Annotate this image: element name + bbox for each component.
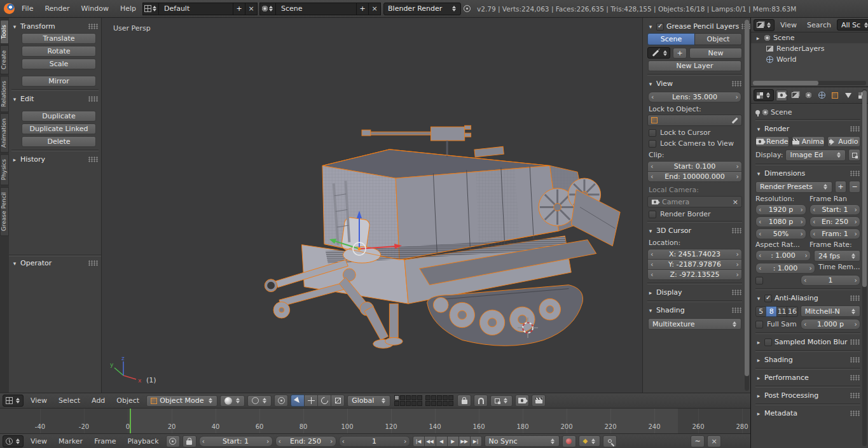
scale-button[interactable]: Scale [22, 59, 96, 69]
lock-object-field[interactable] [647, 115, 742, 126]
outliner-scope-dropdown[interactable]: All Sc [837, 19, 868, 31]
viewport-3d[interactable]: User Persp [102, 18, 642, 393]
tab-relations[interactable]: Relations [0, 76, 9, 112]
editor-type-timeline[interactable] [3, 435, 24, 447]
mode-dropdown[interactable]: Object Mode [146, 395, 217, 407]
shading-dropdown[interactable] [220, 395, 245, 407]
resolution-y-field[interactable]: 1080 p [755, 216, 806, 227]
pivot-dropdown[interactable] [247, 395, 272, 407]
aa-samples-16[interactable]: 16 [787, 306, 797, 317]
menu-add[interactable]: Add [87, 395, 109, 406]
blender-logo-icon[interactable] [4, 3, 15, 14]
panel-grip[interactable] [88, 96, 99, 102]
menu-view3d[interactable]: View [26, 395, 52, 406]
panel-grip[interactable] [850, 393, 860, 398]
panel-3d-cursor-header[interactable]: 3D Cursor [647, 225, 742, 236]
manipulator-rotate-toggle[interactable] [317, 395, 331, 407]
panel-performance-header[interactable]: Performance [755, 372, 860, 383]
delete-keyframe-button[interactable] [707, 435, 721, 447]
panel-edit-header[interactable]: Edit [11, 94, 99, 104]
outliner-item-renderlayers[interactable]: RenderLayers [751, 43, 868, 54]
panel-grip[interactable] [88, 260, 99, 266]
editor-type-3dview[interactable] [3, 395, 24, 407]
resolution-x-field[interactable]: 1920 p [755, 204, 806, 215]
cursor-3d[interactable] [516, 316, 539, 339]
panel-grip[interactable] [732, 228, 742, 234]
shading-mode-dropdown[interactable]: Multitexture [648, 318, 741, 330]
fps-dropdown[interactable]: 24 fps [814, 250, 860, 262]
render-button[interactable]: Rende [755, 136, 789, 147]
clip-end-field[interactable]: End: 100000.000 [647, 171, 742, 182]
aspect-y-field[interactable]: : 1.000 [755, 263, 815, 274]
panel-grip[interactable] [732, 307, 742, 313]
current-frame-field[interactable]: 1 [339, 436, 410, 447]
opengl-render-anim-button[interactable] [532, 395, 546, 407]
tab-scene[interactable] [803, 90, 814, 101]
preview-range-toggle[interactable] [166, 435, 180, 447]
add-layout-button[interactable] [233, 3, 245, 15]
scene-name[interactable]: Scene [275, 3, 357, 15]
tab-world[interactable] [816, 90, 827, 101]
cursor-y-field[interactable]: Y: -2187.97876 [647, 259, 742, 270]
menu-render[interactable]: Render [40, 3, 74, 14]
tab-grease-pencil[interactable]: Grease Pencil [0, 187, 9, 236]
render-presets-dropdown[interactable]: Render Presets [755, 181, 832, 193]
opengl-render-button[interactable] [515, 395, 529, 407]
gp-tab-scene[interactable]: Scene [647, 33, 695, 45]
tab-data[interactable] [843, 90, 854, 101]
menu-select[interactable]: Select [54, 395, 85, 406]
aa-samples-5[interactable]: 5 [755, 306, 766, 317]
panel-grip[interactable] [850, 357, 860, 363]
menu-object[interactable]: Object [112, 395, 144, 406]
motion-blur-checkbox[interactable] [764, 339, 772, 346]
remove-preset-button[interactable] [849, 181, 860, 193]
panel-grip[interactable] [732, 81, 742, 87]
cursor-x-field[interactable]: X: 2451.74023 [647, 249, 742, 260]
scene-lock-toggle[interactable] [457, 395, 471, 407]
pivot-align-toggle[interactable] [274, 395, 288, 407]
gp-tab-object[interactable]: Object [694, 33, 742, 45]
mirror-button[interactable]: Mirror [22, 76, 96, 87]
outliner-item-world[interactable]: World [751, 54, 868, 65]
play-button[interactable]: ▶ [447, 436, 459, 447]
manipulator-translate-toggle[interactable] [304, 395, 318, 407]
panel-grip[interactable] [850, 295, 860, 301]
frame-start-field[interactable]: Start: 1 [199, 436, 273, 447]
panel-grip[interactable] [850, 339, 860, 345]
duplicate-button[interactable]: Duplicate [22, 111, 96, 122]
jump-to-end-button[interactable]: ▶| [470, 436, 482, 447]
pin-icon[interactable] [755, 110, 760, 115]
lock-to-cursor-row[interactable]: Lock to Cursor [649, 129, 741, 137]
outliner-menu-search[interactable]: Search [803, 20, 836, 31]
new-window-button[interactable] [848, 149, 860, 161]
timeline-menu-marker[interactable]: Marker [54, 436, 87, 447]
tab-physics[interactable]: Physics [0, 154, 9, 185]
panel-grip[interactable] [850, 410, 860, 416]
add-scene-button[interactable] [356, 3, 369, 15]
tab-tools[interactable]: Tools [0, 20, 9, 44]
render-border-checkbox[interactable] [649, 211, 656, 218]
editor-type-properties[interactable] [754, 89, 774, 101]
tab-create[interactable]: Create [0, 45, 9, 74]
resolution-percent-field[interactable]: 50% [755, 228, 806, 239]
gp-new-button[interactable]: New [689, 48, 742, 59]
tab-object[interactable] [829, 90, 841, 101]
close-scene-button[interactable] [368, 3, 381, 15]
vehicle-model[interactable] [181, 95, 633, 359]
screen-layout-selector[interactable] [142, 3, 159, 15]
layers-widget[interactable] [394, 395, 453, 406]
play-reverse-button[interactable]: ◀ [436, 436, 448, 447]
outliner-menu-view[interactable]: View [776, 20, 801, 31]
panel-grip[interactable] [850, 171, 860, 176]
render-border-row[interactable]: Render Border [649, 210, 741, 218]
close-layout-button[interactable] [245, 3, 258, 15]
tab-animation[interactable]: Animation [0, 113, 9, 153]
jump-to-start-button[interactable]: |◀ [413, 436, 425, 447]
frame-step-field[interactable]: Fram: 1 [809, 228, 860, 239]
outliner-item-scene[interactable]: Scene [751, 32, 868, 43]
sidebar-scrollbar[interactable] [745, 20, 749, 391]
editor-type-outliner[interactable] [754, 19, 775, 31]
full-sample-row[interactable]: Full Sam [755, 319, 797, 330]
panel-grip[interactable] [732, 290, 742, 295]
manipulator-toggle[interactable] [291, 395, 305, 407]
